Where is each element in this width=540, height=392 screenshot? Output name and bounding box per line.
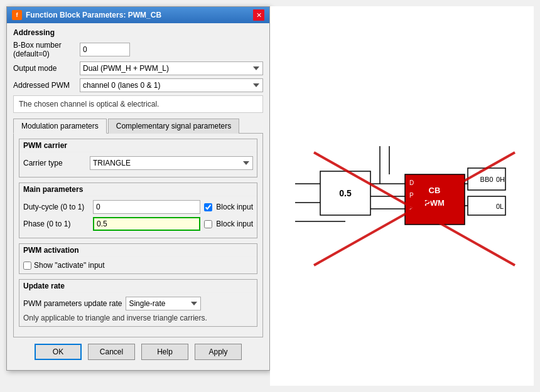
block-value-text: 0.5 (339, 188, 352, 198)
output-mode-row: Output mode Dual (PWM_H + PWM_L) (13, 61, 263, 75)
output-mode-label: Output mode (13, 64, 76, 73)
phase-block-label: Block input (216, 220, 253, 228)
show-activate-label: Show "activate" input (34, 261, 105, 270)
bbox-input[interactable] (80, 43, 130, 56)
update-rate-title: Update rate (19, 280, 257, 293)
pwm-activation-content: Show "activate" input (19, 257, 257, 273)
port-p-text: P (409, 192, 414, 199)
update-rate-row: PWM parameters update rate Single-rate (23, 297, 253, 310)
info-text: The chosen channel is optical & electric… (19, 100, 159, 109)
phase-input[interactable] (93, 217, 200, 231)
block-diagram: 0.5 CB PWM D P > BB0 0H 0L (283, 102, 521, 290)
update-rate-content: PWM parameters update rate Single-rate O… (19, 293, 257, 326)
update-rate-label: PWM parameters update rate (23, 299, 122, 308)
tab-content: PWM carrier Carrier type TRIANGLE Main p… (13, 134, 263, 337)
addressing-header: Addressing (13, 28, 263, 37)
pwm-carrier-title: PWM carrier (19, 139, 257, 152)
carrier-type-row: Carrier type TRIANGLE (23, 156, 253, 170)
oh-text: 0H (496, 176, 505, 183)
ok-button[interactable]: OK (35, 344, 82, 360)
bb0-text: BB0 (480, 176, 494, 183)
icon-label: f (16, 12, 18, 18)
main-params-title: Main parameters (19, 183, 257, 196)
pwm-activation-title: PWM activation (19, 244, 257, 257)
carrier-type-select[interactable]: TRIANGLE (90, 156, 253, 170)
output-mode-select[interactable]: Dual (PWM_H + PWM_L) (80, 61, 263, 75)
pwm-carrier-section: PWM carrier Carrier type TRIANGLE (19, 139, 257, 177)
cancel-button[interactable]: Cancel (88, 344, 135, 360)
addressed-pwm-select[interactable]: channel 0 (lanes 0 & 1) (80, 78, 263, 92)
addressed-pwm-label: Addressed PWM (13, 81, 76, 90)
phase-block-checkbox[interactable] (204, 220, 212, 228)
phase-label: Phase (0 to 1) (23, 220, 89, 228)
bbox-label: B-Box number (default=0) (13, 41, 76, 58)
main-params-content: Duty-cycle (0 to 1) Block input Phase (0… (19, 196, 257, 238)
show-activate-row: Show "activate" input (23, 261, 253, 270)
duty-cycle-row: Duty-cycle (0 to 1) Block input (23, 200, 253, 214)
help-button[interactable]: Help (141, 344, 188, 360)
tab-complementary[interactable]: Complementary signal parameters (108, 119, 239, 134)
close-button[interactable]: ✕ (253, 9, 264, 21)
duty-cycle-block-checkbox[interactable] (204, 203, 212, 211)
tab-modulation-label: Modulation parameters (21, 122, 99, 130)
tab-complementary-label: Complementary signal parameters (116, 122, 231, 130)
bbox-row: B-Box number (default=0) (13, 41, 263, 58)
block-cb-text: CB (429, 186, 441, 195)
function-block-dialog: f Function Block Parameters: PWM_CB ✕ Ad… (6, 6, 270, 371)
pwm-carrier-content: Carrier type TRIANGLE (19, 152, 257, 177)
title-bar: f Function Block Parameters: PWM_CB ✕ (7, 7, 269, 23)
dialog-content: Addressing B-Box number (default=0) Outp… (7, 23, 269, 370)
show-activate-checkbox[interactable] (23, 262, 31, 270)
update-rate-select[interactable]: Single-rate (126, 297, 201, 310)
update-rate-section: Update rate PWM parameters update rate S… (19, 279, 257, 327)
ol-text: 0L (496, 203, 504, 210)
addressed-pwm-row: Addressed PWM channel 0 (lanes 0 & 1) (13, 78, 263, 92)
phase-row: Phase (0 to 1) Block input (23, 217, 253, 231)
button-row: OK Cancel Help Apply (13, 337, 263, 365)
tabs-container: Modulation parameters Complementary sign… (13, 118, 263, 134)
duty-cycle-label: Duty-cycle (0 to 1) (23, 203, 89, 211)
info-box: The chosen channel is optical & electric… (13, 95, 263, 113)
update-rate-note: Only applicable to triangle and inverse … (23, 314, 253, 322)
duty-cycle-input[interactable] (93, 200, 200, 214)
diagram-area: 0.5 CB PWM D P > BB0 0H 0L (270, 6, 534, 386)
title-bar-left: f Function Block Parameters: PWM_CB (12, 10, 161, 20)
port-d-text: D (409, 179, 414, 186)
tab-modulation[interactable]: Modulation parameters (13, 119, 107, 134)
apply-button[interactable]: Apply (195, 344, 242, 360)
dialog-title: Function Block Parameters: PWM_CB (26, 11, 161, 19)
carrier-type-label: Carrier type (23, 159, 86, 167)
duty-cycle-block-label: Block input (216, 203, 253, 211)
main-params-section: Main parameters Duty-cycle (0 to 1) Bloc… (19, 183, 257, 238)
pwm-activation-section: PWM activation Show "activate" input (19, 243, 257, 274)
dialog-icon: f (12, 10, 22, 20)
